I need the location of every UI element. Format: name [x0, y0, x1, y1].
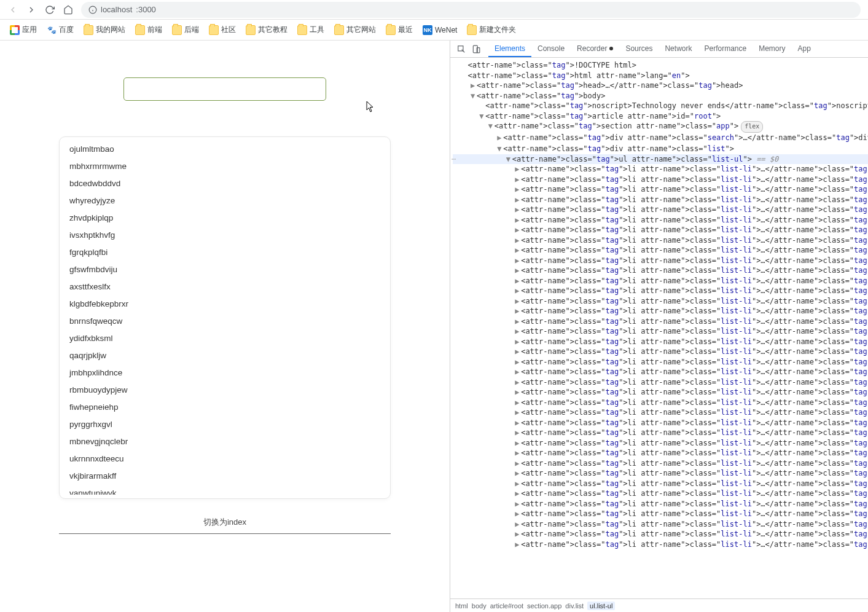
search-input[interactable] [123, 77, 326, 101]
dom-node[interactable]: ▶<attr-name">class="tag">li attr-name">c… [453, 357, 868, 367]
dom-node[interactable]: ▶<attr-name">class="tag">li attr-name">c… [453, 499, 868, 509]
dom-node[interactable]: ▶<attr-name">class="tag">li attr-name">c… [453, 276, 868, 286]
dom-node[interactable]: ▶<attr-name">class="tag">li attr-name">c… [453, 205, 868, 215]
dom-node[interactable]: ▶<attr-name">class="tag">li attr-name">c… [453, 256, 868, 266]
back-button[interactable] [7, 4, 18, 15]
list-item[interactable]: mbnevgjnqclebr [68, 433, 385, 450]
dom-node[interactable]: ▶<attr-name">class="tag">li attr-name">c… [453, 367, 868, 377]
dom-node[interactable]: ▶<attr-name">class="tag">li attr-name">c… [453, 418, 868, 428]
dom-node[interactable]: ▶<attr-name">class="tag">li attr-name">c… [453, 245, 868, 256]
dom-node[interactable]: ▶<attr-name">class="tag">li attr-name">c… [453, 225, 868, 235]
list-item[interactable]: gfswfmbdviju [68, 261, 385, 278]
dom-node[interactable]: ▶<attr-name">class="tag">li attr-name">c… [453, 316, 868, 327]
list-item[interactable]: jmbhpxlihdnce [68, 364, 385, 382]
dom-node[interactable]: ▶<attr-name">class="tag">li attr-name">c… [453, 488, 868, 499]
bookmark-baidu[interactable]: 🐾百度 [43, 23, 77, 36]
dom-node[interactable]: ▶<attr-name">class="tag">li attr-name">c… [453, 539, 868, 550]
dom-node[interactable]: ▶<attr-name">class="tag">li attr-name">c… [453, 215, 868, 226]
dom-node[interactable]: ▶<attr-name">class="tag">li attr-name">c… [453, 286, 868, 296]
devtools-tab-sources[interactable]: Sources [619, 41, 659, 57]
bookmark-folder[interactable]: 其它网站 [330, 23, 380, 36]
apps-button[interactable]: 应用 [6, 23, 41, 36]
list-item[interactable]: vkjbirarmakff [68, 468, 385, 485]
dom-node[interactable]: ▶<attr-name">class="tag">li attr-name">c… [453, 347, 868, 357]
list-item[interactable]: mbhxrmrmwme [68, 158, 385, 175]
list-item[interactable]: vanwtuniwvk [68, 485, 385, 495]
list-item[interactable]: axsttfxeslfx [68, 278, 385, 296]
dom-node[interactable]: ▶<attr-name">class="tag">li attr-name">c… [453, 164, 868, 175]
dom-node[interactable]: ▶<attr-name">class="tag">li attr-name">c… [453, 265, 868, 276]
bookmark-folder[interactable]: 其它教程 [242, 23, 291, 36]
devtools-tab-network[interactable]: Network [659, 41, 698, 57]
devtools-tab-performance[interactable]: Performance [698, 41, 753, 57]
dom-node[interactable]: ▶<attr-name">class="tag">li attr-name">c… [453, 398, 868, 408]
dom-node[interactable]: ▶<attr-name">class="tag">li attr-name">c… [453, 235, 868, 246]
dom-node[interactable]: ▶<attr-name">class="tag">li attr-name">c… [453, 479, 868, 489]
dom-node[interactable]: ▼<attr-name">class="tag">section attr-na… [453, 121, 868, 133]
devtools-tab-memory[interactable]: Memory [753, 41, 791, 57]
list-item[interactable]: ojulmltmbao [68, 141, 385, 158]
dom-node[interactable]: ▶<attr-name">class="tag">li attr-name">c… [453, 529, 868, 539]
forward-button[interactable] [26, 4, 37, 15]
list-item[interactable]: bnrnsfqweqcw [68, 313, 385, 330]
list-item[interactable]: qaqrjpkljw [68, 347, 385, 364]
list-item[interactable]: zhvdpkiplqp [68, 210, 385, 227]
bookmark-folder[interactable]: 工具 [294, 23, 328, 36]
bookmark-folder[interactable]: 我的网站 [80, 23, 129, 36]
dom-node[interactable]: ▼<attr-name">class="tag">div attr-name">… [453, 144, 868, 154]
dom-node[interactable]: ▶<attr-name">class="tag">head>…</attr-na… [453, 80, 868, 91]
dom-node[interactable]: ▶<attr-name">class="tag">li attr-name">c… [453, 184, 868, 195]
bookmark-folder[interactable]: 前端 [131, 23, 166, 36]
dom-node[interactable]: ▶<attr-name">class="tag">li attr-name">c… [453, 175, 868, 185]
dom-node[interactable]: ▶<attr-name">class="tag">li attr-name">c… [453, 458, 868, 469]
dom-node[interactable]: ▶<attr-name">class="tag">li attr-name">c… [453, 438, 868, 449]
devtools-tab-console[interactable]: Console [531, 41, 571, 57]
list-item[interactable]: rbmbuoydypjew [68, 382, 385, 399]
dom-node[interactable]: ▶<attr-name">class="tag">li attr-name">c… [453, 195, 868, 205]
breadcrumb-item[interactable]: body [472, 602, 487, 610]
list-item[interactable]: ukrnnnxdteecu [68, 450, 385, 468]
dom-node[interactable]: ▶<attr-name">class="tag">li attr-name">c… [453, 428, 868, 438]
bookmark-folder[interactable]: 后端 [168, 23, 203, 36]
breadcrumb-item[interactable]: html [455, 602, 468, 610]
dom-node[interactable]: ▶<attr-name">class="tag">li attr-name">c… [453, 407, 868, 418]
dom-node[interactable]: ▶<attr-name">class="tag">div attr-name">… [453, 133, 868, 144]
list-item[interactable]: ydidfxbksml [68, 330, 385, 347]
toggle-index-button[interactable]: 切换为index [59, 511, 391, 534]
breadcrumb-item[interactable]: article#root [490, 602, 523, 610]
dom-node[interactable]: ▶<attr-name">class="tag">li attr-name">c… [453, 377, 868, 388]
list-scroll[interactable]: ojulmltmbaombhxrmrmwmebdcedwbddvdwhyredy… [68, 141, 388, 495]
devtools-tab-app[interactable]: App [792, 41, 817, 57]
dom-node[interactable]: ▶<attr-name">class="tag">li attr-name">c… [453, 306, 868, 316]
bookmark-folder[interactable]: 社区 [205, 23, 240, 36]
dom-node[interactable]: ▶<attr-name">class="tag">li attr-name">c… [453, 326, 868, 337]
breadcrumb-item[interactable]: ul.list-ul [587, 602, 615, 610]
bookmark-folder[interactable]: 最近 [382, 23, 416, 36]
devtools-elements-tree[interactable]: <attr-name">class="tag">!DOCTYPE html> <… [450, 58, 868, 598]
dom-node[interactable]: ▼<attr-name">class="tag">article attr-na… [453, 111, 868, 122]
device-toggle-button[interactable] [469, 42, 483, 57]
dom-node[interactable]: ▶<attr-name">class="tag">li attr-name">c… [453, 519, 868, 530]
bookmark-newfolder[interactable]: 新建文件夹 [463, 23, 520, 36]
list-item[interactable]: fiwhepneiehp [68, 399, 385, 416]
dom-node[interactable]: <attr-name">class="tag">html attr-name">… [453, 71, 868, 81]
reload-button[interactable] [44, 4, 55, 15]
list-item[interactable]: ivsxhptkhvfg [68, 227, 385, 244]
dom-node-selected[interactable]: ⋯ ▼<attr-name">class="tag">ul attr-name"… [453, 154, 868, 165]
dom-node[interactable]: ▶<attr-name">class="tag">li attr-name">c… [453, 387, 868, 398]
breadcrumb-item[interactable]: div.list [565, 602, 584, 610]
list-item[interactable]: whyredyjyze [68, 192, 385, 210]
devtools-tab-elements[interactable]: Elements [488, 41, 531, 57]
url-bar[interactable]: localhost:3000 [81, 2, 861, 18]
dom-node[interactable]: ▼<attr-name">class="tag">body> [453, 91, 868, 101]
dom-node[interactable]: ▶<attr-name">class="tag">li attr-name">c… [453, 509, 868, 519]
dom-node[interactable]: <attr-name">class="tag">!DOCTYPE html> [453, 60, 868, 71]
inspect-element-button[interactable] [454, 42, 469, 57]
list-item[interactable]: klgbdfebkepbrxr [68, 296, 385, 313]
list-item[interactable]: bdcedwbddvd [68, 175, 385, 192]
home-button[interactable] [63, 4, 74, 15]
bookmark-wenet[interactable]: NKWeNet [419, 24, 461, 36]
dom-node[interactable]: ▶<attr-name">class="tag">li attr-name">c… [453, 337, 868, 347]
breadcrumb-item[interactable]: section.app [527, 602, 561, 610]
dom-node[interactable]: ▶<attr-name">class="tag">li attr-name">c… [453, 468, 868, 479]
